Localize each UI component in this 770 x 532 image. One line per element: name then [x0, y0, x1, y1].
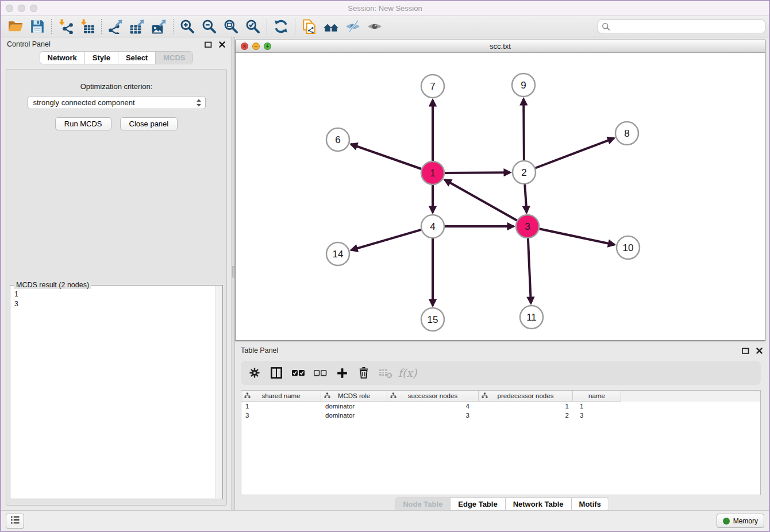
add-column-button[interactable]	[333, 364, 351, 382]
graph-node-4[interactable]: 4	[421, 215, 444, 238]
table-tab-motifs[interactable]: Motifs	[572, 498, 609, 510]
open-session-button[interactable]	[5, 18, 26, 36]
copy-network-icon	[302, 19, 317, 34]
graph-edge-3-11[interactable]	[528, 238, 531, 303]
graph-node-9[interactable]: 9	[512, 74, 535, 97]
column-header-MCDS-role[interactable]: MCDS role	[321, 391, 387, 402]
save-icon	[30, 19, 45, 34]
svg-text:4: 4	[430, 221, 435, 232]
sitemap-icon	[244, 392, 251, 399]
graph-edge-2-9[interactable]	[523, 99, 524, 160]
copy-network-button[interactable]	[298, 18, 320, 36]
table-panel-header: Table Panel	[235, 344, 769, 357]
svg-text:1: 1	[430, 168, 435, 179]
table-tab-edge-table[interactable]: Edge Table	[451, 498, 505, 510]
graph-edge-4-14[interactable]	[351, 230, 421, 250]
graph-node-11[interactable]: 11	[520, 306, 543, 329]
memory-button[interactable]: Memory	[717, 514, 764, 528]
column-header-name[interactable]: name	[573, 391, 621, 402]
column-header-shared-name[interactable]: shared name	[241, 391, 321, 402]
mcds-result-title: MCDS result (2 nodes)	[14, 281, 91, 289]
svg-text:7: 7	[430, 81, 435, 92]
float-table-panel-icon[interactable]	[741, 346, 749, 354]
close-panel-icon[interactable]	[218, 40, 226, 48]
tab-network[interactable]: Network	[40, 52, 85, 64]
criterion-dropdown[interactable]: strongly connected component	[28, 96, 206, 109]
export-network-icon	[107, 19, 124, 34]
refresh-icon	[274, 19, 288, 34]
memory-status-icon	[723, 518, 730, 525]
mcds-result-line: 1	[14, 290, 211, 299]
export-table-button[interactable]	[126, 18, 148, 36]
zoom-fit-icon	[224, 19, 238, 34]
table-tab-node-table[interactable]: Node Table	[395, 498, 451, 510]
column-chooser-button[interactable]	[267, 364, 286, 382]
column-header-predecessor-nodes[interactable]: predecessor nodes	[479, 391, 573, 402]
save-session-button[interactable]	[26, 18, 48, 36]
export-network-button[interactable]	[105, 18, 126, 36]
table-tabs: Node TableEdge TableNetwork TableMotifs	[235, 498, 769, 511]
refresh-button[interactable]	[270, 18, 292, 36]
task-history-button[interactable]	[6, 514, 24, 529]
svg-text:9: 9	[521, 80, 526, 91]
zoom-selected-button[interactable]	[242, 18, 264, 36]
tab-select[interactable]: Select	[118, 52, 156, 64]
graph-node-6[interactable]: 6	[326, 128, 349, 151]
graph-edge-3-10[interactable]	[540, 229, 615, 245]
table-cell: 1	[241, 402, 321, 411]
tab-style[interactable]: Style	[85, 52, 118, 64]
table-cell: 3	[573, 411, 621, 420]
plus-icon	[336, 367, 348, 379]
import-network-button[interactable]	[55, 18, 76, 36]
zoom-fit-button[interactable]	[220, 18, 242, 36]
deselect-all-button[interactable]	[311, 364, 329, 382]
table-row[interactable]: 1dominator411	[241, 402, 760, 411]
graph-node-1[interactable]: 1	[421, 161, 444, 184]
delete-column-button[interactable]	[355, 364, 373, 382]
home-button[interactable]	[320, 18, 342, 36]
graph-edge-2-8[interactable]	[536, 138, 614, 168]
close-panel-button[interactable]: Close panel	[120, 117, 178, 130]
export-image-button[interactable]	[148, 18, 170, 36]
select-all-button[interactable]	[289, 364, 307, 382]
graph-node-3[interactable]: 3	[516, 215, 539, 238]
graph-node-7[interactable]: 7	[421, 75, 444, 98]
graph-node-2[interactable]: 2	[513, 161, 536, 184]
svg-text:10: 10	[623, 242, 634, 253]
svg-text:14: 14	[333, 249, 344, 260]
node-table-body: 1dominator4113dominator323	[241, 402, 760, 420]
graph-edge-3-1[interactable]	[445, 180, 517, 221]
zoom-in-button[interactable]	[176, 18, 198, 36]
hide-selected-button[interactable]	[342, 18, 364, 36]
svg-text:15: 15	[428, 314, 438, 325]
application-window: Session: New Session Control Panel Netwo…	[0, 0, 770, 532]
list-icon	[9, 515, 21, 527]
search-input[interactable]	[598, 20, 765, 33]
graph-node-10[interactable]: 10	[617, 236, 640, 259]
run-mcds-button[interactable]: Run MCDS	[55, 117, 111, 130]
graph-edge-1-6[interactable]	[351, 144, 422, 169]
table-cell: 1	[573, 402, 621, 411]
graph-edge-2-3[interactable]	[525, 184, 526, 213]
graph-node-14[interactable]: 14	[326, 242, 349, 265]
table-tab-network-table[interactable]: Network Table	[506, 498, 572, 510]
table-cell: 3	[241, 411, 321, 420]
column-header-successor-nodes[interactable]: successor nodes	[387, 391, 479, 402]
table-cell: 2	[479, 411, 573, 420]
show-all-button[interactable]	[364, 18, 386, 36]
graph-node-15[interactable]: 15	[421, 308, 444, 331]
tab-mcds[interactable]: MCDS	[156, 52, 192, 64]
divider-grip[interactable]	[232, 266, 234, 277]
graph-edge-1-2[interactable]	[445, 172, 510, 173]
close-table-panel-icon[interactable]	[755, 346, 763, 354]
graph-node-8[interactable]: 8	[615, 122, 638, 145]
table-row[interactable]: 3dominator323	[241, 411, 760, 420]
zoom-out-button[interactable]	[198, 18, 220, 36]
float-panel-icon[interactable]	[204, 40, 212, 48]
table-settings-button[interactable]	[245, 364, 264, 382]
svg-text:11: 11	[526, 312, 537, 323]
search-icon	[602, 22, 610, 33]
mcds-result-scrollbar[interactable]	[215, 286, 222, 498]
network-canvas[interactable]: 7968124314101511	[236, 53, 765, 340]
import-table-button[interactable]	[76, 18, 98, 36]
